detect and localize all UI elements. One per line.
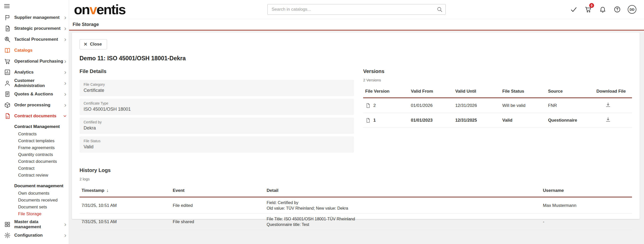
topbar: onventis 0 DD — [69, 0, 644, 19]
chevron-right-icon: › — [64, 25, 66, 32]
breadcrumb-bar: File Storage — [69, 19, 644, 31]
versions-header-row: File Version Valid From Valid Until File… — [363, 85, 632, 98]
history-logs-heading: History Logs — [80, 167, 632, 173]
valid-from-value: 01/01/2023 — [409, 113, 453, 128]
content-area: ✕ Close Demo 11: ISO 45001/OSH 18001-Dek… — [69, 31, 644, 244]
sidebar-item-contract-documents-sub[interactable]: Contract documents — [14, 158, 69, 165]
column-header-file-status: File Status — [500, 85, 546, 98]
versions-count: 2 Versions — [363, 78, 632, 82]
menu-toggle-button[interactable] — [0, 1, 69, 12]
versions-section: Versions 2 Versions File Version Valid F… — [363, 68, 632, 153]
version-number: 1 — [373, 118, 376, 123]
customer-administration-icon — [4, 79, 11, 87]
download-icon[interactable] — [605, 117, 611, 123]
sidebar-item-contracts[interactable]: Contracts — [14, 131, 69, 137]
field-label: Certified by — [84, 120, 350, 124]
chevron-right-icon: › — [64, 15, 66, 21]
history-header-row: Timestamp↓ Event Detail Username — [80, 184, 632, 197]
catalogs-icon — [4, 47, 11, 54]
sidebar-item-document-sets[interactable]: Document sets — [14, 204, 69, 210]
sidebar-item-configuration[interactable]: Configuration › — [0, 230, 69, 241]
sidebar-item-file-storage[interactable]: File Storage — [14, 210, 69, 217]
chevron-right-icon: › — [64, 58, 66, 64]
sidebar-item-contract-documents[interactable]: Contract documents › — [0, 110, 69, 121]
event-value: File edited — [171, 197, 265, 214]
sidebar: Supplier management › Strategic procurem… — [0, 0, 69, 244]
chevron-down-icon: › — [62, 115, 68, 117]
sidebar-item-documents-received[interactable]: Documents received — [14, 197, 69, 204]
sidebar-item-customer-administration[interactable]: Customer Administration › — [0, 78, 69, 89]
chevron-right-icon: › — [64, 232, 66, 238]
valid-from-value: 01/01/2026 — [409, 98, 453, 113]
sidebar-item-quotes-auctions[interactable]: Quotes & Auctions › — [0, 89, 69, 99]
main-area: onventis 0 DD File Storage — [69, 0, 644, 244]
sidebar-item-quantity-contracts[interactable]: Quantity contracts — [14, 151, 69, 158]
contract-documents-icon — [4, 112, 11, 120]
master-data-management-icon — [4, 221, 11, 228]
cart-icon[interactable]: 0 — [584, 5, 592, 13]
field-label: File Status — [84, 139, 350, 143]
event-value: File shared — [171, 214, 265, 230]
column-header-valid-from: Valid From — [409, 85, 453, 98]
sidebar-item-frame-agreements[interactable]: Frame agreements — [14, 144, 69, 151]
version-row[interactable]: 1 01/01/2023 12/31/2025 Valid Questionna… — [363, 113, 632, 128]
version-number: 2 — [373, 103, 376, 108]
sidebar-item-contract-review[interactable]: Contract review — [14, 172, 69, 179]
field-file-status: File Status Valid — [80, 136, 354, 153]
column-header-file-version: File Version — [363, 85, 409, 98]
supplier-management-icon — [4, 14, 11, 21]
details-columns: File Details File Category Certificate C… — [80, 68, 632, 153]
file-icon — [365, 118, 371, 123]
sidebar-item-tactical-procurement[interactable]: Tactical Procurement › — [0, 34, 69, 45]
valid-until-value: 12/31/2025 — [453, 113, 500, 128]
column-header-source: Source — [546, 85, 594, 98]
analytics-icon — [4, 68, 11, 76]
username-value: - — [541, 214, 632, 230]
search-icon[interactable] — [437, 6, 443, 12]
field-label: Certificate Type — [84, 101, 350, 105]
field-label: File Category — [84, 82, 350, 87]
sidebar-item-order-processing[interactable]: Order processing › — [0, 99, 69, 110]
download-icon[interactable] — [605, 102, 611, 108]
column-header-timestamp[interactable]: Timestamp↓ — [80, 184, 171, 197]
sidebar-item-label: Supplier management — [14, 15, 60, 20]
catalog-search — [267, 4, 446, 15]
strategic-procurement-icon — [4, 25, 11, 32]
sidebar-item-own-documents[interactable]: Own documents — [14, 190, 69, 197]
contract-documents-submenu: Contract Management Contracts Contract t… — [0, 123, 69, 217]
sidebar-item-supplier-management[interactable]: Supplier management › — [0, 12, 69, 23]
cart-badge: 0 — [589, 3, 594, 8]
history-row: 7/31/25, 10:51 AM File edited Field: Cer… — [80, 197, 632, 214]
notifications-bell-icon[interactable] — [599, 5, 607, 13]
help-icon[interactable] — [613, 5, 621, 13]
logo-text: on — [74, 2, 89, 17]
sidebar-item-analytics[interactable]: Analytics › — [0, 67, 69, 78]
version-row[interactable]: 2 01/01/2026 12/31/2026 Will be valid FN… — [363, 98, 632, 113]
avatar[interactable]: DD — [628, 5, 636, 14]
field-value: Valid — [84, 144, 350, 150]
operational-purchasing-icon — [4, 58, 11, 65]
sidebar-item-operational-purchasing[interactable]: Operational Purchasing › — [0, 56, 69, 67]
tasks-check-icon[interactable] — [570, 5, 578, 13]
search-input[interactable] — [267, 4, 446, 15]
detail-line-2: Old value: TÜV Rheinland; New value: Dek… — [267, 206, 539, 211]
chevron-right-icon: › — [64, 102, 66, 108]
close-button-label: Close — [90, 42, 102, 47]
history-logs-section: History Logs 2 logs Timestamp↓ Event Det… — [80, 167, 632, 230]
sidebar-item-master-data-management[interactable]: Master data management › — [0, 219, 69, 230]
sidebar-item-strategic-procurement[interactable]: Strategic procurement › — [0, 23, 69, 34]
close-button[interactable]: ✕ Close — [80, 39, 107, 49]
sidebar-item-label: Analytics — [14, 70, 34, 75]
sidebar-item-contract-templates[interactable]: Contract templates — [14, 137, 69, 144]
tactical-procurement-icon — [4, 36, 11, 43]
detail-line-1: Field: Certified by — [267, 200, 539, 206]
sidebar-section-document-management: Document management — [14, 182, 69, 190]
sidebar-item-contract[interactable]: Contract — [14, 165, 69, 172]
chevron-right-icon: › — [64, 36, 66, 42]
onventis-logo[interactable]: onventis — [74, 3, 125, 16]
app-window: Supplier management › Strategic procurem… — [0, 0, 644, 244]
column-header-event: Event — [171, 184, 265, 197]
sidebar-item-label: Customer Administration — [14, 78, 64, 88]
sidebar-item-catalogs[interactable]: Catalogs — [0, 45, 69, 56]
file-details-section: File Details File Category Certificate C… — [80, 68, 354, 153]
